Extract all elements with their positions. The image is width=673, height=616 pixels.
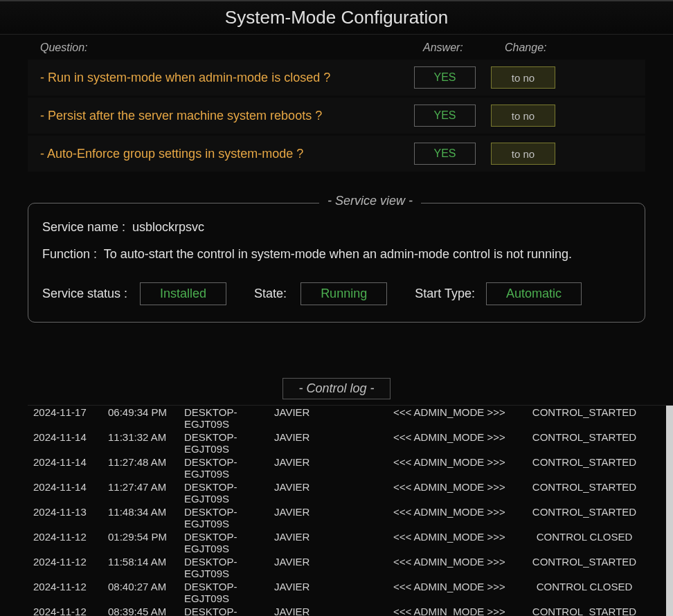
log-user: JAVIER [274, 606, 393, 616]
log-time: 11:31:32 AM [108, 431, 184, 455]
log-time: 11:58:14 AM [108, 556, 184, 579]
log-date: 2024-11-12 [33, 581, 108, 604]
log-row[interactable]: 2024-11-1411:27:48 AMDESKTOP-EGJT09SJAVI… [28, 455, 673, 480]
question-text: - Persist after the server machine syste… [40, 109, 414, 123]
log-user: JAVIER [274, 506, 393, 529]
log-user: JAVIER [274, 406, 393, 430]
log-event: CONTROL_STARTED [522, 431, 647, 455]
log-row[interactable]: 2024-11-1411:27:47 AMDESKTOP-EGJT09SJAVI… [28, 480, 673, 505]
question-row: - Auto-Enforce group settings in system-… [28, 136, 645, 172]
service-function-value: To auto-start the control in system-mode… [104, 247, 572, 261]
log-host: DESKTOP-EGJT09S [184, 456, 274, 480]
log-time: 11:27:48 AM [108, 456, 184, 480]
control-log-label: - Control log - [282, 378, 390, 399]
log-host: DESKTOP-EGJT09S [184, 431, 274, 455]
log-event: CONTROL_STARTED [522, 606, 647, 616]
service-name-value: usblockrpsvc [132, 220, 204, 234]
log-user: JAVIER [274, 431, 393, 455]
answer-box: YES [414, 143, 476, 165]
log-row[interactable]: 2024-11-1208:39:45 AMDESKTOP-EGJT09SJAVI… [28, 605, 673, 616]
log-host: DESKTOP-EGJT09S [184, 506, 274, 529]
log-event: CONTROL_STARTED [522, 406, 647, 430]
log-time: 01:29:54 PM [108, 531, 184, 554]
header-question: Question: [40, 42, 423, 54]
service-status-label: Service status : [42, 287, 127, 301]
service-name-label: Service name : [42, 220, 125, 234]
log-user: JAVIER [274, 531, 393, 554]
log-user: JAVIER [274, 456, 393, 480]
question-text: - Auto-Enforce group settings in system-… [40, 147, 414, 161]
question-row: - Persist after the server machine syste… [28, 98, 645, 134]
log-mode: <<< ADMIN_MODE >>> [393, 431, 522, 455]
log-host: DESKTOP-EGJT09S [184, 606, 274, 616]
log-row[interactable]: 2024-11-1201:29:54 PMDESKTOP-EGJT09SJAVI… [28, 530, 673, 555]
log-user: JAVIER [274, 556, 393, 579]
control-log-container[interactable]: 2024-11-1706:49:34 PMDESKTOP-EGJT09SJAVI… [28, 405, 673, 616]
log-date: 2024-11-14 [33, 431, 108, 455]
log-mode: <<< ADMIN_MODE >>> [393, 456, 522, 480]
log-event: CONTROL CLOSED [522, 531, 647, 554]
log-event: CONTROL_STARTED [522, 481, 647, 505]
log-mode: <<< ADMIN_MODE >>> [393, 581, 522, 604]
log-event: CONTROL_STARTED [522, 556, 647, 579]
log-date: 2024-11-12 [33, 556, 108, 579]
log-date: 2024-11-13 [33, 506, 108, 529]
log-mode: <<< ADMIN_MODE >>> [393, 531, 522, 554]
log-time: 06:49:34 PM [108, 406, 184, 430]
change-button[interactable]: to no [491, 143, 555, 165]
log-date: 2024-11-17 [33, 406, 108, 430]
answer-box: YES [414, 105, 476, 127]
question-row: - Run in system-mode when admin-mode is … [28, 60, 645, 96]
service-view-label: - Service view - [319, 194, 421, 208]
log-time: 08:40:27 AM [108, 581, 184, 604]
log-mode: <<< ADMIN_MODE >>> [393, 606, 522, 616]
service-state-label: State: [254, 287, 287, 301]
log-date: 2024-11-14 [33, 456, 108, 480]
log-host: DESKTOP-EGJT09S [184, 406, 274, 430]
control-log-section: - Control log - 2024-11-1706:49:34 PMDES… [0, 378, 673, 616]
log-user: JAVIER [274, 581, 393, 604]
header-change: Change: [505, 42, 574, 54]
log-mode: <<< ADMIN_MODE >>> [393, 481, 522, 505]
service-name-row: Service name : usblockrpsvc [42, 220, 631, 235]
page-title: System-Mode Configuration [225, 7, 448, 28]
log-time: 11:48:34 AM [108, 506, 184, 529]
title-bar: System-Mode Configuration [0, 0, 673, 35]
log-row[interactable]: 2024-11-1311:48:34 AMDESKTOP-EGJT09SJAVI… [28, 505, 673, 530]
config-header-row: Question: Answer: Change: [0, 38, 673, 57]
log-date: 2024-11-12 [33, 606, 108, 616]
log-time: 11:27:47 AM [108, 481, 184, 505]
service-function-row: Function : To auto-start the control in … [42, 247, 631, 262]
answer-box: YES [414, 66, 476, 89]
config-section: Question: Answer: Change: - Run in syste… [0, 35, 673, 172]
header-answer: Answer: [423, 42, 505, 54]
log-date: 2024-11-14 [33, 481, 108, 505]
log-row[interactable]: 2024-11-1211:58:14 AMDESKTOP-EGJT09SJAVI… [28, 555, 673, 580]
log-row[interactable]: 2024-11-1706:49:34 PMDESKTOP-EGJT09SJAVI… [28, 406, 673, 431]
log-time: 08:39:45 AM [108, 606, 184, 616]
log-event: CONTROL_STARTED [522, 456, 647, 480]
log-mode: <<< ADMIN_MODE >>> [393, 556, 522, 579]
change-button[interactable]: to no [491, 105, 555, 127]
service-start-type-label: Start Type: [415, 287, 475, 301]
service-view-panel: - Service view - Service name : usblockr… [28, 203, 645, 323]
log-mode: <<< ADMIN_MODE >>> [393, 406, 522, 430]
question-text: - Run in system-mode when admin-mode is … [40, 71, 414, 85]
log-host: DESKTOP-EGJT09S [184, 481, 274, 505]
service-status-value: Installed [140, 282, 226, 305]
change-button[interactable]: to no [491, 66, 555, 89]
service-start-type-value: Automatic [486, 282, 582, 305]
log-row[interactable]: 2024-11-1208:40:27 AMDESKTOP-EGJT09SJAVI… [28, 580, 673, 605]
service-status-row: Service status : Installed State: Runnin… [42, 282, 631, 305]
log-host: DESKTOP-EGJT09S [184, 531, 274, 554]
service-state-value: Running [300, 282, 387, 305]
service-function-label: Function : [42, 247, 97, 261]
log-event: CONTROL CLOSED [522, 581, 647, 604]
log-row[interactable]: 2024-11-1411:31:32 AMDESKTOP-EGJT09SJAVI… [28, 431, 673, 455]
log-event: CONTROL_STARTED [522, 506, 647, 529]
log-date: 2024-11-12 [33, 531, 108, 554]
log-mode: <<< ADMIN_MODE >>> [393, 506, 522, 529]
log-scrollbar[interactable] [666, 406, 673, 616]
log-host: DESKTOP-EGJT09S [184, 581, 274, 604]
log-user: JAVIER [274, 481, 393, 505]
